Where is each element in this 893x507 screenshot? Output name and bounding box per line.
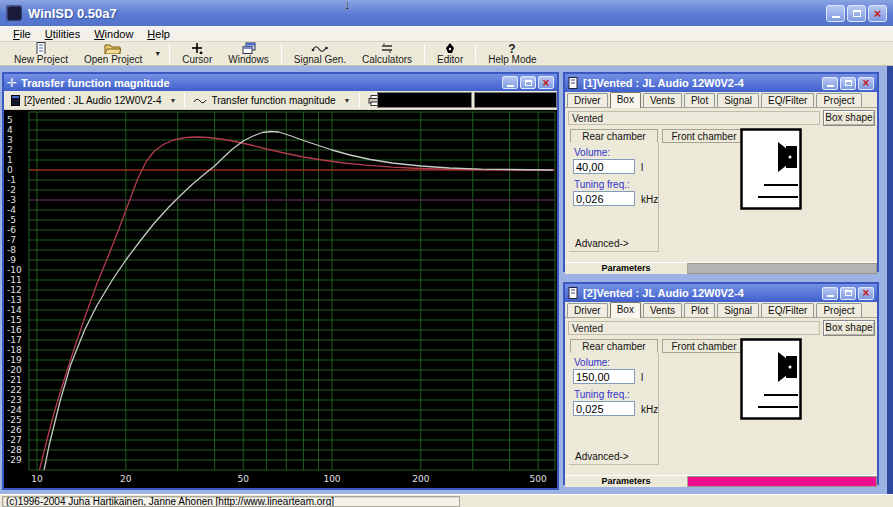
open-project-dropdown[interactable]: ▼ [150,42,165,65]
new-project-button[interactable]: New Project [6,42,76,65]
cursor-icon [189,42,205,54]
cursor-label: Cursor [182,54,212,65]
tuning-freq-label: Tuning freq.: [574,179,630,190]
menu-file[interactable]: File [6,27,38,41]
tab-box[interactable]: Box [610,302,641,318]
panel1-maximize-button[interactable] [840,77,856,90]
advanced-link[interactable]: Advanced-> [575,451,629,462]
svg-text:-3: -3 [7,195,16,205]
chart-maximize-button[interactable] [520,76,536,89]
project-window-1: [1]Vented : JL Audio 12W0V2-4 × Driver B… [563,72,879,272]
plot-combo-value: Transfer function magnitude [211,95,335,106]
open-project-button[interactable]: Open Project [76,42,150,65]
plot-type-combo[interactable]: Transfer function magnitude ▼ [189,92,354,109]
panel2-minimize-button[interactable] [822,287,838,300]
svg-text:-18: -18 [7,345,22,355]
help-mode-button[interactable]: ? Help Mode [480,42,544,65]
new-project-icon [33,42,49,54]
svg-text:-25: -25 [7,415,22,425]
front-chamber-tab[interactable]: Front chamber [662,339,746,353]
close-icon: × [542,77,549,89]
transfer-curve-icon [193,96,207,105]
svg-text:-28: -28 [7,445,22,455]
parameters-toggle[interactable]: Parameters [565,476,688,487]
svg-text:-6: -6 [7,225,16,235]
chart-close-button[interactable]: × [538,76,554,89]
maximize-icon [525,80,532,86]
menu-utilities[interactable]: Utilities [38,27,87,41]
box-shape-button[interactable]: Box shape [823,320,875,336]
svg-text:-11: -11 [7,275,22,285]
rear-chamber-tab[interactable]: Rear chamber [570,129,658,143]
close-button[interactable]: × [868,5,887,22]
panel2-close-button[interactable]: × [858,287,874,300]
rear-chamber-tab[interactable]: Rear chamber [570,339,658,353]
panel2-maximize-button[interactable] [840,287,856,300]
parameters-progress [688,263,877,274]
chart-window-title-bar: ✛ Transfer function magnitude × [4,74,557,91]
svg-text:-4: -4 [7,205,16,215]
volume-label: Volume: [574,357,610,368]
parameters-bar: Parameters [565,475,877,487]
front-chamber-tab[interactable]: Front chamber [662,129,746,143]
svg-text:-12: -12 [7,285,22,295]
tab-eq-filter[interactable]: EQ/Filter [761,303,814,317]
svg-text:-17: -17 [7,335,22,345]
minimize-button[interactable] [826,5,845,22]
tab-plot[interactable]: Plot [684,93,715,107]
close-icon: × [862,287,869,299]
tuning-freq-input[interactable] [573,401,635,416]
svg-text:-10: -10 [7,265,22,275]
menu-help[interactable]: Help [140,27,177,41]
maximize-icon [853,10,861,17]
volume-input[interactable] [573,159,635,174]
editor-icon [444,42,456,54]
cursor-button[interactable]: Cursor [174,42,220,65]
main-toolbar: New Project Open Project ▼ Cursor Window… [0,42,893,66]
svg-text:-9: -9 [7,255,16,265]
panel2-title-bar: [2]Vented : JL Audio 12W0V2-4 × [565,284,877,302]
svg-text:0: 0 [7,165,13,175]
tab-plot[interactable]: Plot [684,303,715,317]
maximize-button[interactable] [847,5,866,22]
calculators-button[interactable]: Calculators [354,42,420,65]
signal-gen-label: Signal Gen. [294,54,346,65]
project-combo-value: [2]vented : JL Audio 12W0V2-4 [24,95,162,106]
tuning-freq-input[interactable] [573,191,635,206]
mouse-cursor: ↓ [344,0,351,12]
box-cross-section-diagram [740,128,802,210]
tab-project[interactable]: Project [816,303,861,317]
toolbar-separator [184,93,185,107]
tab-driver[interactable]: Driver [567,303,608,317]
tab-signal[interactable]: Signal [717,303,759,317]
box-shape-button[interactable]: Box shape [823,110,875,126]
tab-driver[interactable]: Driver [567,93,608,107]
editor-button[interactable]: Editor [429,42,471,65]
tab-signal[interactable]: Signal [717,93,759,107]
windows-button[interactable]: Windows [220,42,277,65]
menu-window[interactable]: Window [87,27,140,41]
tab-vents[interactable]: Vents [643,303,682,317]
volume-input[interactable] [573,369,635,384]
advanced-link[interactable]: Advanced-> [575,238,629,249]
copyright-text: (c)1996-2004 Juha Hartikainen, Janne Aho… [2,496,460,507]
chart-minimize-button[interactable] [502,76,518,89]
parameters-toggle[interactable]: Parameters [565,263,688,274]
box-type-field: Vented [568,321,820,335]
app-icon [6,5,22,21]
volume-label: Volume: [574,147,610,158]
tab-project[interactable]: Project [816,93,861,107]
svg-text:50: 50 [237,474,249,484]
signal-gen-button[interactable]: Signal Gen. [286,42,354,65]
svg-text:500: 500 [530,474,547,484]
volume-unit: l [641,162,643,173]
toolbar-separator [424,44,425,63]
tab-vents[interactable]: Vents [643,93,682,107]
tab-eq-filter[interactable]: EQ/Filter [761,93,814,107]
cursor-readout-y [474,92,557,108]
tab-box[interactable]: Box [610,92,641,108]
panel1-close-button[interactable]: × [858,77,874,90]
panel1-minimize-button[interactable] [822,77,838,90]
open-project-icon [104,42,122,54]
project-select-combo[interactable]: [2]vented : JL Audio 12W0V2-4 ▼ [7,92,180,109]
